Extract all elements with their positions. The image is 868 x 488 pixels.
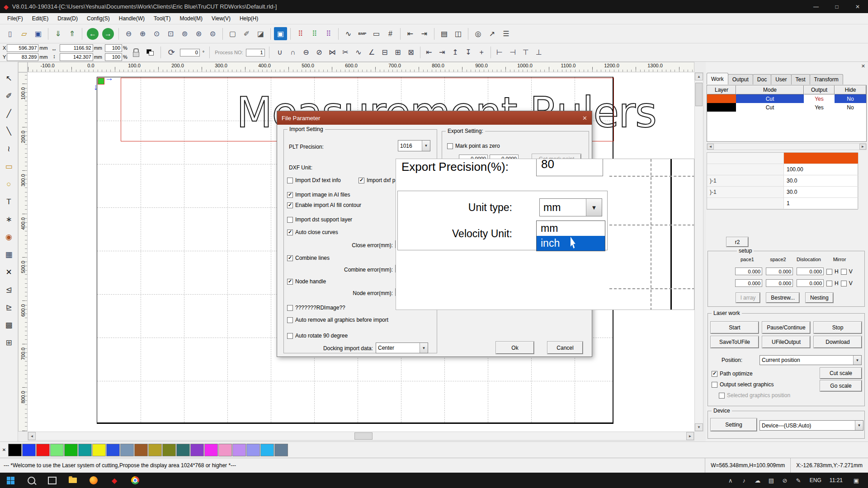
device-combo[interactable]: Device---(USB:Auto) ▼ [760, 420, 863, 431]
menu-item[interactable]: Model(M) [175, 14, 207, 23]
dimension-vertical[interactable]: ⇥ [418, 27, 431, 40]
palette-swatch[interactable] [134, 444, 148, 456]
panel-tab[interactable]: Transform [810, 74, 843, 84]
panel-tab[interactable]: User [771, 74, 791, 84]
mirror-vertical-tool[interactable]: ⊴ [2, 283, 16, 296]
laser-button[interactable]: Download [814, 336, 862, 348]
process-no-field[interactable]: 1 [246, 49, 265, 56]
output-preview[interactable]: ◫ [452, 27, 465, 40]
preview-monitor[interactable]: ▣ [274, 27, 287, 40]
chevron-down-icon[interactable]: ▼ [586, 199, 602, 216]
output-select-checkbox[interactable] [712, 382, 717, 388]
maximize-button[interactable]: □ [826, 0, 847, 13]
array-field[interactable]: 0.000 [735, 279, 762, 287]
aspect-lock-icon[interactable] [133, 52, 139, 57]
property-value[interactable]: 30.0 [784, 175, 859, 187]
volume-muted-icon[interactable]: ⊘ [778, 477, 792, 484]
layer-hide-cell[interactable]: No [835, 103, 866, 112]
rdimage-checkbox[interactable] [287, 305, 293, 311]
menu-item[interactable]: Tool(T) [149, 14, 175, 23]
chrome-icon[interactable] [125, 473, 146, 488]
x-position-field[interactable]: 596.397 [7, 44, 38, 52]
subtract-curves[interactable]: ⊖ [300, 46, 313, 59]
laser-button[interactable]: Start [711, 322, 759, 333]
layer-output-cell[interactable]: Yes [804, 103, 835, 112]
explode-shape[interactable]: ⊠ [405, 46, 418, 59]
cut-shape[interactable]: ⊟ [378, 46, 392, 59]
layer-row[interactable]: Cut Yes No [707, 103, 866, 112]
palette-swatch[interactable] [274, 444, 288, 456]
ellipse-tool[interactable]: ○ [2, 178, 16, 190]
horizontal-scrollbar[interactable]: ◄ ► [28, 432, 694, 441]
laser-button[interactable]: Stop [814, 322, 862, 333]
ai-fill-contour-checkbox[interactable] [287, 202, 293, 208]
no-color-button[interactable]: ✕ [0, 443, 8, 457]
palette-swatch[interactable] [78, 444, 92, 456]
align-center[interactable]: + [475, 46, 488, 59]
align-bottom[interactable]: ↧ [462, 46, 475, 59]
same-height[interactable]: ⊥ [533, 46, 546, 59]
open-file[interactable]: ▱ [18, 27, 31, 40]
weld-curves[interactable]: ⋈ [326, 46, 339, 59]
unit-type-combo[interactable]: mm ▼ [539, 198, 602, 216]
fill-tool[interactable]: ◪ [254, 27, 267, 40]
link-vertical-icon[interactable]: ↕ [51, 53, 58, 60]
panel-tab[interactable]: Test [791, 74, 810, 84]
menu-item[interactable]: Help(H) [235, 14, 263, 23]
task-list[interactable]: ☰ [500, 27, 513, 40]
toolbar-icon[interactable] [290, 28, 291, 40]
import-dxf-p-checkbox[interactable] [359, 178, 364, 183]
text-tool[interactable]: T [2, 195, 16, 208]
array-setup-button[interactable]: Bestrew... [766, 293, 799, 303]
onedrive-icon[interactable]: ☁ [751, 477, 764, 484]
y-position-field[interactable]: 83.289 [7, 53, 38, 61]
close-button[interactable]: ✕ [847, 0, 868, 13]
layer-output-cell[interactable]: Yes [804, 94, 835, 103]
path-optimize-checkbox[interactable] [712, 371, 717, 377]
toolbar-icon[interactable] [118, 28, 119, 40]
import-dxf-text-checkbox[interactable] [287, 178, 293, 183]
palette-swatch[interactable] [162, 444, 176, 456]
property-value[interactable]: 1 [784, 198, 859, 209]
layer-hide-cell[interactable]: No [835, 94, 866, 103]
copy-array-purple[interactable]: ⠿ [322, 27, 335, 40]
toolbar-icon[interactable] [222, 28, 223, 40]
toolbar-icon[interactable] [338, 28, 339, 40]
forward-button[interactable]: → [102, 28, 114, 40]
unite-curves[interactable]: ∪ [274, 46, 287, 59]
position-combo[interactable]: Current position ▼ [760, 355, 862, 365]
rotate-icon[interactable]: ⟳ [165, 46, 178, 59]
clock[interactable]: 11:21 [826, 477, 846, 483]
notification-center-icon[interactable]: ▣ [847, 477, 865, 484]
array-field[interactable]: 0.000 [797, 267, 824, 275]
panel-tab[interactable]: Work [707, 73, 728, 84]
select-tool[interactable]: ↖ [2, 72, 16, 84]
chevron-down-icon[interactable]: ▼ [420, 343, 428, 353]
angle-field[interactable]: 0 [180, 49, 200, 56]
align-top[interactable]: ↥ [449, 46, 462, 59]
link-horizontal-icon[interactable]: ↔ [51, 46, 58, 52]
export-file[interactable]: ⇑ [66, 27, 79, 40]
chevron-down-icon[interactable]: ▼ [422, 141, 430, 151]
dimension-horizontal[interactable]: ⇤ [404, 27, 417, 40]
array-field[interactable]: 0.000 [735, 267, 762, 275]
zoom-window[interactable]: ⊡ [164, 27, 177, 40]
mirror-h-checkbox[interactable] [826, 269, 832, 275]
vertical-scrollbar[interactable]: ▲ ▼ [694, 72, 703, 432]
line-tool[interactable]: ╱ [2, 107, 16, 120]
fill-stroke-swatch-icon[interactable] [146, 49, 154, 56]
pen-icon[interactable]: ✎ [792, 477, 805, 484]
back-button[interactable]: ← [87, 28, 99, 40]
toolbar2-icon[interactable] [491, 47, 491, 58]
palette-swatch[interactable] [50, 444, 64, 456]
palette-swatch[interactable] [232, 444, 246, 456]
menu-item[interactable]: View(V) [207, 14, 235, 23]
dropdown-option[interactable]: mm [537, 221, 605, 236]
docking-import-combo[interactable]: Center ▼ [376, 343, 428, 353]
scroll-left-icon[interactable]: ◄ [707, 144, 714, 150]
palette-swatch[interactable] [22, 444, 36, 456]
toolbar-icon[interactable] [400, 28, 401, 40]
save-file[interactable]: ▣ [32, 27, 45, 40]
scroll-down-icon[interactable]: ▼ [695, 423, 703, 431]
pick-position[interactable]: ↗ [486, 27, 499, 40]
